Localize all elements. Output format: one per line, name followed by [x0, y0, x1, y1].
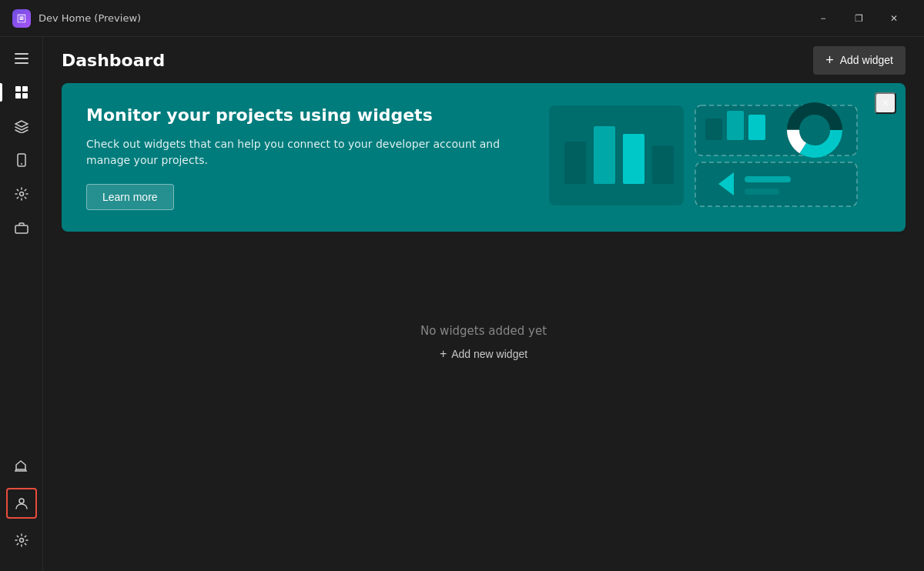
plus-icon: + — [825, 52, 834, 68]
banner-illustration — [500, 83, 906, 232]
sidebar-item-settings-alt[interactable] — [6, 179, 37, 209]
svg-rect-27 — [745, 176, 791, 182]
svg-rect-1 — [15, 58, 28, 59]
empty-state-message: No widgets added yet — [420, 324, 547, 338]
sidebar-bottom — [6, 451, 37, 565]
hamburger-menu-button[interactable] — [6, 43, 37, 74]
svg-point-11 — [19, 499, 24, 503]
widget-illustration — [541, 99, 865, 215]
maximize-button[interactable]: ❐ — [841, 6, 876, 31]
add-new-widget-label: Add new widget — [451, 348, 527, 360]
svg-point-9 — [19, 192, 23, 196]
banner-title: Monitor your projects using widgets — [86, 105, 524, 127]
sidebar-item-tools[interactable] — [6, 212, 37, 243]
page-title: Dashboard — [62, 51, 165, 70]
window-controls: − ❐ ✕ — [805, 6, 912, 31]
svg-rect-14 — [564, 142, 586, 184]
main-header: Dashboard + Add widget — [43, 37, 924, 83]
app-icon — [12, 9, 31, 28]
banner-description: Check out widgets that can help you conn… — [86, 136, 524, 169]
svg-rect-22 — [705, 119, 722, 140]
minimize-button[interactable]: − — [805, 6, 841, 31]
svg-rect-4 — [22, 86, 28, 92]
svg-rect-0 — [15, 53, 28, 55]
svg-rect-23 — [727, 111, 744, 140]
svg-rect-16 — [623, 134, 644, 184]
svg-rect-5 — [15, 93, 21, 99]
svg-point-8 — [21, 163, 22, 165]
svg-rect-17 — [652, 145, 674, 184]
sidebar-item-account[interactable] — [6, 488, 37, 519]
sidebar-item-environments[interactable] — [6, 111, 37, 142]
banner-close-button[interactable]: × — [875, 92, 896, 114]
svg-rect-6 — [22, 93, 28, 99]
sidebar-item-system-settings[interactable] — [6, 525, 37, 556]
empty-state: No widgets added yet + Add new widget — [43, 324, 924, 364]
sidebar-item-notifications[interactable] — [6, 451, 37, 482]
svg-rect-15 — [594, 126, 615, 184]
welcome-banner: Monitor your projects using widgets Chec… — [62, 83, 906, 232]
svg-rect-24 — [748, 115, 765, 140]
svg-rect-2 — [15, 62, 28, 64]
app-title: Dev Home (Preview) — [38, 12, 805, 24]
svg-rect-28 — [745, 189, 779, 195]
title-bar: Dev Home (Preview) − ❐ ✕ — [0, 0, 924, 37]
add-new-widget-button[interactable]: + Add new widget — [434, 344, 534, 364]
main-content: Dashboard + Add widget Monitor your proj… — [43, 37, 924, 571]
svg-rect-3 — [15, 86, 21, 92]
sidebar — [0, 37, 43, 571]
close-button[interactable]: ✕ — [876, 6, 912, 31]
sidebar-item-devices[interactable] — [6, 145, 37, 175]
svg-point-12 — [19, 539, 23, 543]
add-widget-label: Add widget — [840, 54, 893, 66]
sidebar-item-dashboard[interactable] — [6, 77, 37, 108]
svg-rect-10 — [15, 225, 28, 233]
add-widget-button[interactable]: + Add widget — [813, 46, 906, 75]
banner-content: Monitor your projects using widgets Chec… — [86, 105, 524, 210]
plus-icon-small: + — [440, 347, 447, 361]
app-layout: Dashboard + Add widget Monitor your proj… — [0, 37, 924, 571]
learn-more-button[interactable]: Learn more — [86, 184, 174, 210]
